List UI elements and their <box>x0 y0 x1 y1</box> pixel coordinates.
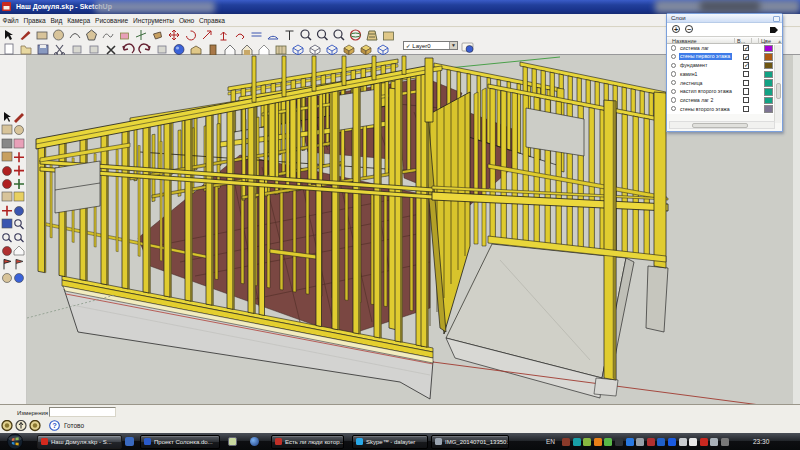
svg-text:?: ? <box>52 421 57 430</box>
